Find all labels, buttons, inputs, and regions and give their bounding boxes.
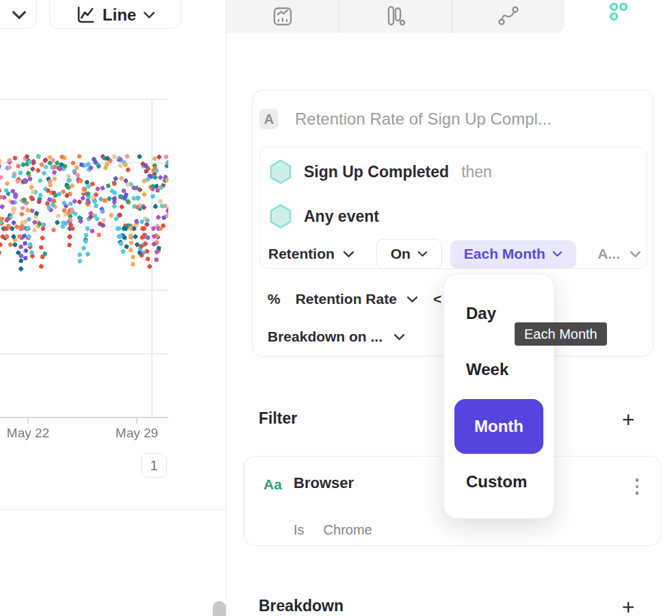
menu-item-day[interactable]: Day	[466, 304, 496, 323]
chevron-down-icon	[417, 251, 428, 257]
interval-label: Each Month	[464, 246, 545, 262]
series-badge: A	[259, 109, 279, 129]
retention-scatter-canvas	[0, 55, 168, 438]
interval-dropdown-button[interactable]: Each Month	[450, 240, 576, 268]
interval-menu: Day Week Month Custom	[443, 274, 554, 519]
percent-prefix: %	[268, 291, 281, 307]
each-month-tooltip: Each Month	[515, 322, 607, 346]
menu-item-month-selected[interactable]: Month	[454, 399, 543, 454]
chevron-down-icon	[406, 296, 418, 303]
operator-label[interactable]: <	[433, 291, 441, 307]
event-row-first[interactable]: Sign Up Completed then	[270, 159, 492, 184]
measure-row: % Retention Rate <	[268, 288, 441, 310]
filter-property-name: Browser	[294, 474, 354, 492]
x-tick-label: May 22	[0, 426, 59, 441]
tab-retention-active[interactable]	[565, 0, 672, 33]
event-name: Sign Up Completed	[304, 163, 449, 181]
chevron-down-icon	[552, 251, 563, 257]
cohort-dots-icon	[607, 1, 630, 23]
event-row-return[interactable]: Any event	[270, 204, 379, 229]
breakdown-heading: Breakdown	[259, 597, 344, 615]
flow-chart-icon	[497, 5, 520, 28]
line-chart-icon	[75, 5, 96, 25]
add-filter-button[interactable]: +	[617, 409, 639, 431]
panel-separator	[226, 0, 227, 616]
on-label: On	[391, 246, 411, 262]
view-tabs	[227, 0, 565, 33]
add-breakdown-button[interactable]: +	[617, 596, 639, 616]
measure-dropdown[interactable]: Retention Rate	[296, 291, 397, 307]
bar-chart-icon	[384, 5, 407, 28]
pagination-page-button[interactable]: 1	[141, 453, 167, 478]
hexagon-event-icon	[270, 204, 292, 229]
menu-item-week[interactable]: Week	[466, 360, 508, 379]
filter-condition: Is Chrome	[294, 522, 372, 538]
retention-report-page: { "toolbar": { "chart_type_label": "Line…	[0, 0, 672, 616]
events-card: Sign Up Completed then Any event Retenti…	[259, 146, 647, 269]
query-title[interactable]: Retention Rate of Sign Up Compl...	[295, 109, 552, 129]
menu-item-custom[interactable]: Custom	[466, 472, 527, 491]
retention-controls-row: Retention On Each Month A...	[268, 239, 641, 269]
scrollbar-thumb[interactable]	[213, 601, 226, 616]
chevron-down-icon	[143, 11, 155, 19]
x-tick-label: May 29	[106, 426, 168, 441]
overflow-dropdown[interactable]: A...	[597, 246, 620, 262]
filter-value: Chrome	[324, 522, 372, 538]
combo-chart-icon	[271, 5, 294, 28]
chevron-down-icon	[343, 251, 354, 258]
chart-type-button[interactable]: Line	[49, 0, 181, 29]
metric-dropdown[interactable]: Retention	[268, 246, 335, 262]
filter-operator: Is	[294, 522, 305, 538]
chevron-down-icon	[393, 333, 405, 341]
collapsed-dropdown-button[interactable]	[0, 0, 37, 29]
chart-type-label: Line	[103, 5, 136, 25]
event-suffix: then	[461, 163, 492, 181]
tab-bar-chart[interactable]	[339, 0, 452, 33]
kebab-menu-icon[interactable]	[636, 478, 639, 495]
left-panel-divider	[0, 509, 226, 510]
string-property-icon: Aa	[263, 476, 282, 493]
breakdown-on-row: Breakdown on ...	[268, 326, 405, 348]
on-dropdown-button[interactable]: On	[376, 239, 442, 269]
filter-heading: Filter	[259, 409, 297, 428]
chevron-down-icon	[12, 10, 27, 20]
tab-chart-overview[interactable]	[227, 0, 339, 33]
breakdown-on-dropdown[interactable]: Breakdown on ...	[268, 329, 383, 345]
hexagon-event-icon	[270, 159, 292, 184]
chevron-down-icon	[630, 251, 641, 258]
event-name: Any event	[304, 207, 379, 226]
tab-flow-chart[interactable]	[452, 0, 565, 33]
